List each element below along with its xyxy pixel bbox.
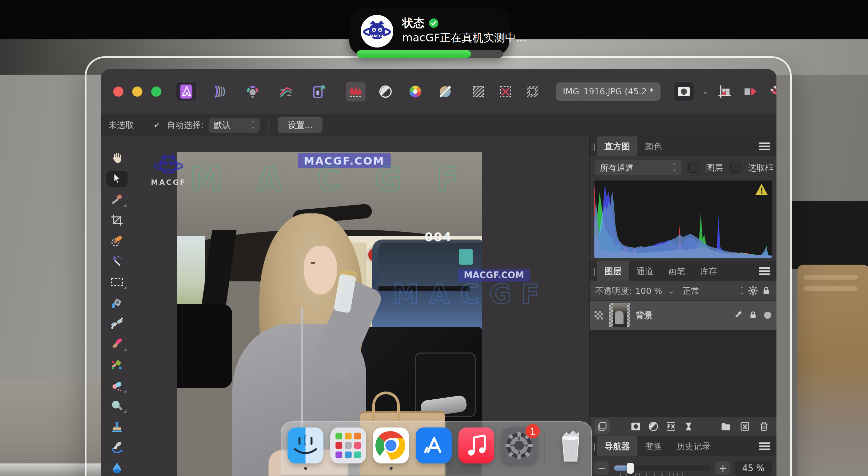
layers-panel-tab[interactable]: 库存	[693, 261, 725, 281]
histogram-checkbox-图层[interactable]	[688, 163, 698, 173]
show-selection-button[interactable]	[469, 82, 488, 101]
brush-edit-icon[interactable]	[733, 310, 743, 320]
minimize-button[interactable]	[132, 87, 142, 97]
snapping-magnet-button[interactable]	[766, 82, 776, 101]
erase-brush-tool[interactable]	[107, 378, 127, 393]
dock-item-chrome[interactable]	[373, 427, 409, 463]
deselect-button[interactable]	[496, 82, 515, 101]
woman-face	[304, 246, 337, 294]
histogram-toggle-button[interactable]	[346, 82, 366, 101]
selection-brush-tool[interactable]	[107, 233, 127, 249]
opacity-value[interactable]: 100 %	[635, 286, 662, 296]
panel-grip-icon[interactable]: ||	[590, 261, 597, 281]
chevron-down-icon[interactable]: ⌄	[668, 287, 674, 295]
paint-brush-tool[interactable]	[107, 337, 127, 352]
color-picker-tool[interactable]	[107, 192, 127, 207]
color-wheel-toggle-button[interactable]	[406, 82, 425, 101]
photo-persona-button[interactable]	[176, 82, 196, 101]
navigator-menu-icon[interactable]	[759, 441, 770, 451]
room-desk-right	[790, 201, 868, 269]
check-badge-icon	[429, 18, 439, 28]
mask-adjust-button[interactable]	[674, 82, 694, 101]
marquee-tool[interactable]	[107, 274, 127, 290]
dock-item-trash[interactable]	[553, 427, 589, 463]
layers-empty-area[interactable]	[590, 330, 776, 417]
channel-selector[interactable]: 所有通道 ⌃⌄	[595, 160, 682, 175]
mask-layer-button[interactable]	[628, 419, 644, 434]
layers-panel-tab[interactable]: 通道	[629, 261, 661, 281]
dock-item-finder[interactable]	[288, 427, 323, 463]
export-persona-button[interactable]	[309, 82, 329, 101]
navigator-panel-tab[interactable]: 变换	[637, 436, 669, 456]
gradient-tool[interactable]	[107, 316, 127, 331]
zoom-out-button[interactable]: −	[594, 461, 609, 475]
headrest	[177, 304, 232, 388]
car-sticker	[459, 249, 473, 265]
chevron-down-icon[interactable]: ⌄	[703, 87, 709, 96]
group-layer-button[interactable]	[718, 419, 734, 434]
notification-banner[interactable]: MACGF 状态 macGF正在真机实测中...	[349, 7, 509, 55]
white-balance-toggle-button[interactable]	[435, 82, 455, 101]
histogram-panel-tab[interactable]: 颜色	[637, 136, 669, 156]
layer-row-background[interactable]: 背景	[590, 301, 776, 330]
blend-mode-value[interactable]: 正常	[683, 285, 699, 297]
live-filter-layer-button[interactable]	[681, 419, 696, 434]
color-replacement-brush-tool[interactable]	[107, 357, 127, 373]
flood-select-tool[interactable]	[107, 254, 127, 269]
grid-snapping-button[interactable]	[715, 82, 734, 101]
clone-stamp-tool[interactable]	[107, 419, 127, 434]
zoom-value[interactable]: 45 %	[735, 461, 772, 476]
dock-item-app-store[interactable]	[416, 427, 452, 463]
invert-selection-button[interactable]	[523, 82, 542, 101]
stepper-icon[interactable]: ⌃⌄	[740, 287, 745, 294]
lock-icon[interactable]	[762, 286, 771, 296]
pixel-alignment-button[interactable]	[741, 82, 760, 101]
lock-icon[interactable]	[749, 310, 757, 320]
zoom-button[interactable]	[151, 87, 161, 97]
adjustment-layer-button[interactable]	[646, 419, 661, 434]
auto-select-checkbox[interactable]: ✓	[152, 120, 162, 130]
layers-menu-icon[interactable]	[759, 266, 770, 276]
layer-name[interactable]: 背景	[636, 310, 653, 321]
blur-brush-tool[interactable]	[107, 460, 127, 476]
layers-panel-tab[interactable]: 画笔	[661, 261, 693, 281]
move-tool[interactable]	[107, 171, 127, 187]
zoom-slider-thumb[interactable]	[627, 463, 634, 474]
document-tab[interactable]: IMG_1916.JPG (45.2 *	[556, 82, 660, 101]
dodge-brush-tool[interactable]	[107, 399, 127, 414]
dock-item-music[interactable]	[458, 427, 494, 463]
dock-item-launchpad[interactable]	[330, 427, 366, 463]
undo-brush-tool[interactable]	[107, 440, 127, 455]
svg-text:FX: FX	[667, 423, 675, 430]
layers-panel-tab[interactable]: 图层	[597, 261, 629, 281]
crop-tool[interactable]	[107, 213, 127, 228]
layer-thumbnail[interactable]	[609, 303, 630, 327]
zoom-in-button[interactable]: +	[715, 461, 730, 475]
gear-icon[interactable]	[748, 286, 758, 296]
flood-fill-tool[interactable]	[107, 295, 127, 310]
auto-select-dropdown[interactable]: 默认 ⌃⌄	[209, 118, 260, 133]
warning-icon[interactable]	[755, 183, 768, 195]
develop-persona-button[interactable]	[243, 82, 262, 101]
histogram-panel-tab[interactable]: 直方图	[597, 136, 637, 156]
checkbox-label: 图层	[706, 162, 723, 173]
histogram-checkbox-选取框[interactable]	[730, 163, 741, 173]
fx-layer-button[interactable]: FX	[663, 419, 679, 434]
navigator-panel-tab[interactable]: 历史记录	[669, 436, 718, 456]
duplicate-layer-button[interactable]	[594, 419, 610, 434]
tone-mapping-persona-button[interactable]	[276, 82, 296, 101]
layer-visible-icon[interactable]	[763, 310, 772, 320]
zoom-slider[interactable]	[614, 461, 711, 475]
new-layer-layer-button[interactable]	[737, 419, 753, 434]
navigator-panel-tab[interactable]: 导航器	[597, 436, 637, 456]
view-tool[interactable]	[107, 151, 127, 166]
traffic-lights	[113, 87, 161, 97]
trash-layer-button[interactable]	[756, 419, 772, 434]
panel-grip-icon[interactable]: ||	[590, 136, 597, 156]
histogram-menu-icon[interactable]	[759, 141, 770, 151]
close-button[interactable]	[113, 87, 123, 97]
contrast-toggle-button[interactable]	[376, 82, 395, 101]
settings-button[interactable]: 设置...	[278, 117, 322, 133]
liquify-persona-button[interactable]	[210, 82, 229, 101]
dock-item-settings[interactable]: 1	[501, 427, 537, 463]
